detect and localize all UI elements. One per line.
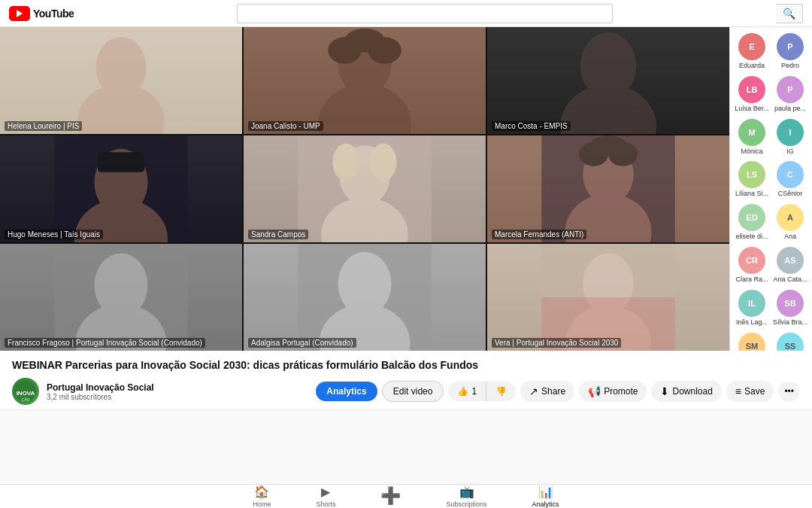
svg-text:ÇÃO: ÇÃO [22,397,30,402]
subscriptions-icon: 📺 [459,485,474,499]
avatar-silvia[interactable]: SB Sílvia Bra... [773,290,807,327]
youtube-logo[interactable]: YouTube [9,6,74,21]
share-label: Share [541,386,565,397]
tab-create[interactable]: ➕ [373,486,408,507]
avatar-clara[interactable]: CR Clara Ra... [735,247,769,284]
tab-subscriptions-label: Subscriptions [446,500,486,508]
like-button[interactable]: 👍 1 [448,382,486,401]
home-icon: 🏠 [254,485,269,499]
participant-label-sandra: Sandra Campos [248,230,308,239]
tab-home-label: Home [253,500,271,508]
analytics-button[interactable]: Analytics [316,382,377,401]
sidebar-row-5: ED elisete di... A Ana [735,204,807,241]
svg-point-8 [560,84,656,134]
tab-shorts-label: Shorts [316,500,335,508]
participant-adalgisa: Adalgisa Portugal (Convidado) [244,244,486,351]
youtube-text: YouTube [33,8,74,20]
participant-label-marco: Marco Costa - EMPIS [492,121,571,131]
participants-grid: Helena Loureiro | PIS Joana Calisto - UM… [0,27,729,351]
participant-label-joana: Joana Calisto - UMP [248,121,323,131]
svg-point-3 [318,84,411,134]
avatar-eduarda[interactable]: E Eduarda [735,33,769,70]
edit-video-button[interactable]: Edit video [382,381,444,402]
more-icon: ••• [784,386,794,397]
participant-vera: Vera | Portugal Inovação Social 2030 [487,244,729,351]
tab-analytics-label: Analytics [532,500,559,508]
thumb-down-icon: 👎 [495,386,507,397]
avatar-sara[interactable]: SM Sara Mo... [735,333,769,351]
channel-logo[interactable]: INOVA ÇÃO [12,378,39,405]
like-dislike-group: 👍 1 👎 [448,382,516,401]
participant-marcela: Marcela Fernandes (ANTI) [487,135,729,242]
sidebar-row-8: SM Sara Mo... SS Sofia Silva [735,333,807,351]
top-bar: YouTube 🔍 [0,0,812,27]
download-label: Download [672,386,712,397]
video-info: WEBINAR Parcerias para Inovação Social 2… [0,351,812,410]
participant-sandra: Sandra Campos [244,135,486,242]
avatar-liliana[interactable]: LS Liliana Si... [735,161,769,198]
save-button[interactable]: ≡ Save [726,381,774,402]
avatar-ig[interactable]: I IG [773,119,807,156]
avatar-elisete[interactable]: ED elisete di... [735,204,769,241]
tab-home[interactable]: 🏠 Home [245,485,278,508]
svg-point-6 [344,29,384,53]
share-button[interactable]: ↗ Share [520,381,574,402]
action-buttons: Analytics Edit video 👍 1 👎 ↗ Shar [316,381,800,402]
participant-label-francisco: Francisco Fragoso | Portugal Inovação So… [5,338,205,348]
sidebar-row-6: CR Clara Ra... AS Ana Cata... [735,247,807,284]
thumb-up-icon: 👍 [457,386,468,397]
avatar-ana-cata[interactable]: AS Ana Cata... [773,247,807,284]
create-icon: ➕ [380,486,401,506]
avatar-sofia[interactable]: SS Sofia Silva [773,333,807,351]
participant-francisco: Francisco Fragoso | Portugal Inovação So… [0,244,242,351]
tab-shorts[interactable]: ▶ Shorts [308,485,343,508]
sidebar-row-1: E Eduarda P Pedro [735,33,807,70]
participant-label-hugo: Hugo Meneses | Taís Iguais [5,230,103,239]
sidebar-participants: E Eduarda P Pedro LB Luísa Ber... P paul… [729,27,812,351]
svg-point-23 [589,135,627,156]
sidebar-row-2: LB Luísa Ber... P paula pe... [735,76,807,113]
participant-label-marcela: Marcela Fernandes (ANTI) [492,230,586,239]
shorts-icon: ▶ [321,485,330,499]
save-icon: ≡ [735,385,741,397]
participant-label-helena: Helena Loureiro | PIS [5,121,82,131]
avatar-csenior[interactable]: C CSênior [773,161,807,198]
download-icon: ⬇ [660,385,669,397]
participant-joana: Joana Calisto - UMP [244,27,486,134]
tab-subscriptions[interactable]: 📺 Subscriptions [438,485,494,508]
bottom-tab-bar: 🏠 Home ▶ Shorts ➕ 📺 Subscriptions 📊 Anal… [0,484,812,508]
like-count: 1 [471,386,477,397]
promote-label: Promote [604,386,638,397]
channel-name: Portugal Inovação Social [47,382,154,393]
channel-subscribers: 3,2 mil subscritores [47,393,154,401]
search-button[interactable]: 🔍 [776,4,803,23]
tab-analytics[interactable]: 📊 Analytics [525,485,567,508]
participant-marco: Marco Costa - EMPIS [487,27,729,134]
download-button[interactable]: ⬇ Download [651,381,721,402]
more-button[interactable]: ••• [778,382,800,401]
search-input[interactable] [237,4,613,23]
promote-button[interactable]: 📢 Promote [579,381,647,402]
avatar-ines[interactable]: IL Inês Lag... [735,290,769,327]
avatar-luisa[interactable]: LB Luísa Ber... [735,76,769,113]
avatar-ana[interactable]: A Ana [773,204,807,241]
participant-hugo: Hugo Meneses | Taís Iguais [0,135,242,242]
avatar-monica[interactable]: M Mónica [735,119,769,156]
sidebar-row-3: M Mónica I IG [735,119,807,156]
sidebar-row-7: IL Inês Lag... SB Sílvia Bra... [735,290,807,327]
sidebar-row-4: LS Liliana Si... C CSênior [735,161,807,198]
save-label: Save [744,386,765,397]
analytics-icon: 📊 [538,485,553,499]
main-content: Helena Loureiro | PIS Joana Calisto - UM… [0,27,812,508]
participant-helena: Helena Loureiro | PIS [0,27,242,134]
svg-point-16 [332,144,359,181]
youtube-icon [9,6,30,21]
avatar-pedro[interactable]: P Pedro [773,33,807,70]
svg-rect-12 [98,152,144,172]
svg-point-17 [370,144,396,181]
dislike-button[interactable]: 👎 [486,382,516,401]
avatar-paula[interactable]: P paula pe... [773,76,807,113]
participant-label-vera: Vera | Portugal Inovação Social 2030 [492,338,621,348]
video-container: Helena Loureiro | PIS Joana Calisto - UM… [0,27,812,351]
svg-text:INOVA: INOVA [17,390,35,397]
